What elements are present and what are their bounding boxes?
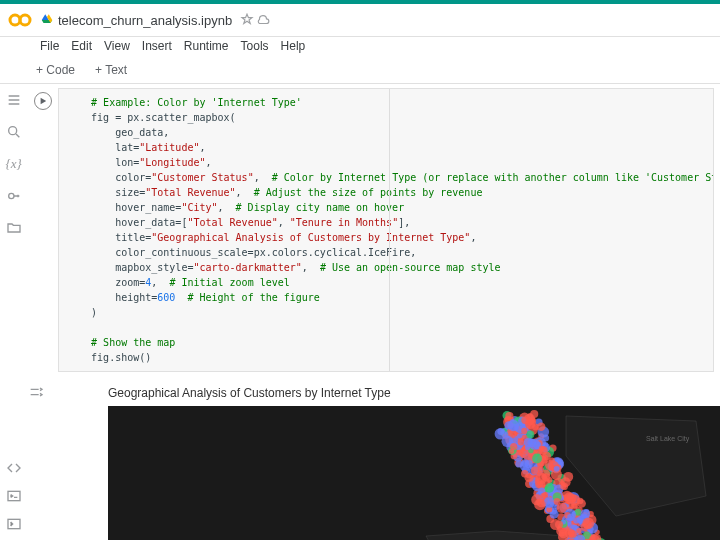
svg-point-346 [545, 483, 554, 492]
svg-point-426 [508, 420, 520, 432]
svg-point-377 [577, 499, 586, 508]
run-cell-button[interactable] [34, 92, 52, 110]
plotly-map[interactable]: Salt Lake City Las Vegas Phoenix [108, 406, 720, 540]
svg-point-437 [521, 428, 527, 434]
svg-point-375 [532, 454, 542, 464]
svg-point-444 [554, 498, 561, 505]
svg-point-2 [8, 127, 16, 135]
add-text-button[interactable]: + Text [89, 61, 133, 79]
code-editor[interactable]: # Example: Color by 'Internet Type' fig … [58, 88, 714, 372]
notebook-content: # Example: Color by 'Internet Type' fig … [28, 84, 720, 540]
svg-point-445 [542, 492, 548, 498]
menu-insert[interactable]: Insert [142, 39, 172, 53]
menu-tools[interactable]: Tools [241, 39, 269, 53]
command-icon[interactable] [6, 516, 22, 532]
header: telecom_churn_analysis.ipynb [0, 4, 720, 37]
svg-point-324 [521, 459, 529, 467]
notebook-filename[interactable]: telecom_churn_analysis.ipynb [58, 13, 232, 28]
menu-file[interactable]: File [40, 39, 59, 53]
svg-point-450 [510, 443, 517, 450]
svg-point-395 [521, 417, 528, 424]
output-options-icon[interactable] [28, 384, 44, 400]
svg-point-414 [565, 528, 575, 538]
variables-icon[interactable]: {x} [6, 156, 22, 172]
svg-rect-455 [8, 491, 20, 500]
svg-point-1 [20, 15, 30, 25]
map-label-saltlake: Salt Lake City [646, 435, 690, 443]
toc-icon[interactable] [6, 92, 22, 108]
svg-point-452 [576, 528, 581, 533]
svg-point-447 [555, 520, 563, 528]
svg-point-420 [539, 446, 545, 452]
menu-view[interactable]: View [104, 39, 130, 53]
secrets-icon[interactable] [6, 188, 22, 204]
menu-edit[interactable]: Edit [71, 39, 92, 53]
code-icon[interactable] [6, 460, 22, 476]
svg-point-441 [565, 492, 575, 502]
bottom-sidebar [0, 460, 28, 540]
svg-point-448 [518, 439, 524, 445]
svg-point-431 [526, 430, 534, 438]
menu-bar: File Edit View Insert Runtime Tools Help [0, 37, 720, 57]
colab-logo[interactable] [8, 8, 32, 32]
menu-help[interactable]: Help [281, 39, 306, 53]
svg-point-411 [543, 452, 551, 460]
svg-rect-456 [8, 519, 20, 528]
svg-point-451 [521, 470, 528, 477]
add-code-button[interactable]: + Code [30, 61, 81, 79]
svg-point-430 [527, 438, 536, 447]
menu-runtime[interactable]: Runtime [184, 39, 229, 53]
cloud-saved-icon [256, 13, 270, 27]
svg-point-417 [582, 517, 594, 529]
files-icon[interactable] [6, 220, 22, 236]
cell-toolbar: + Code + Text [0, 57, 720, 84]
svg-point-3 [8, 193, 13, 198]
plot-title: Geographical Analysis of Customers by In… [108, 386, 720, 400]
svg-point-310 [563, 472, 573, 482]
svg-point-454 [529, 418, 536, 425]
svg-point-407 [520, 453, 525, 458]
search-icon[interactable] [6, 124, 22, 140]
svg-point-449 [567, 514, 574, 521]
svg-point-446 [554, 466, 560, 472]
code-cell: # Example: Color by 'Internet Type' fig … [28, 88, 720, 372]
svg-point-335 [530, 410, 538, 418]
svg-point-415 [531, 494, 542, 505]
terminal-icon[interactable] [6, 488, 22, 504]
drive-icon [40, 13, 54, 27]
output-cell: Geographical Analysis of Customers by In… [28, 376, 720, 540]
svg-point-425 [517, 433, 522, 438]
star-icon[interactable] [240, 13, 254, 27]
svg-point-400 [535, 472, 547, 484]
